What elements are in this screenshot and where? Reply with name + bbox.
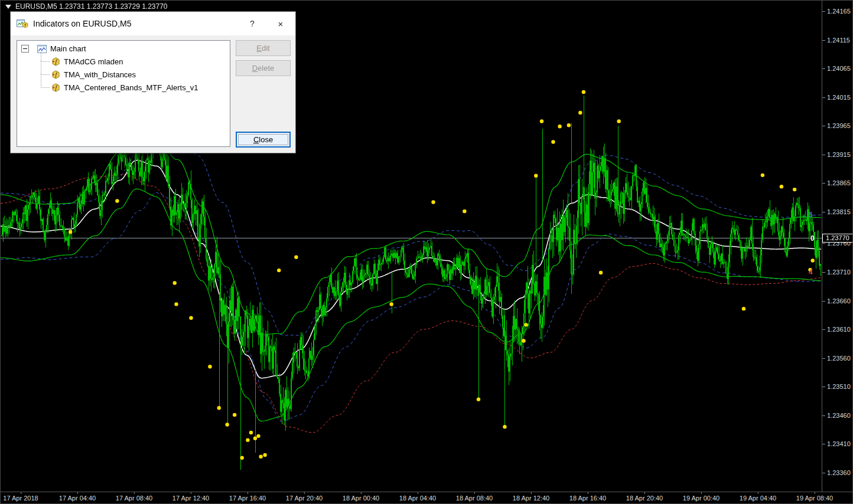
time-axis-label: 19 Apr 08:40 <box>796 495 833 502</box>
time-axis-label: 18 Apr 12:40 <box>513 495 549 502</box>
tree-collapse-toggle-icon[interactable] <box>21 45 29 53</box>
delete-button[interactable]: Delete <box>236 60 291 76</box>
time-axis-label: 17 Apr 08:40 <box>116 495 152 502</box>
price-axis-label: 1.24165 <box>827 8 851 15</box>
price-axis-label: 1.23710 <box>827 269 851 276</box>
close-button[interactable]: Close <box>236 132 291 148</box>
price-axis-label: 1.23660 <box>827 297 851 305</box>
tree-item-label: Main chart <box>50 44 86 53</box>
indicator-item-label: TMAdCG mladen <box>64 57 123 66</box>
indicators-dialog: f Indicators on EURUSD,M5 ? × Main chart <box>10 11 296 153</box>
time-axis-label: 17 Apr 20:40 <box>286 495 323 502</box>
time-axis-label: 17 Apr 04:40 <box>59 495 96 502</box>
price-axis-label: 1.23410 <box>827 440 851 447</box>
mt4-chart-window: EURUSD,M5 1.23731 1.23773 1.23729 1.2377… <box>0 0 853 504</box>
dialog-help-button[interactable]: ? <box>245 19 260 28</box>
time-axis-label: 17 Apr 2018 <box>3 495 38 502</box>
time-axis-label: 18 Apr 04:40 <box>399 495 436 502</box>
price-axis-label: 1.23460 <box>827 412 851 419</box>
time-axis-label: 18 Apr 20:40 <box>626 495 663 502</box>
upper-distance-value: 5 <box>809 211 813 219</box>
time-axis-label: 18 Apr 08:40 <box>456 495 493 502</box>
time-axis-label: 19 Apr 00:40 <box>683 495 719 502</box>
dialog-title-bar[interactable]: f Indicators on EURUSD,M5 ? × <box>11 12 295 35</box>
indicator-item-label: TMA_Centered_Bands_MTF_Alerts_v1 <box>64 83 198 92</box>
symbol-ohlc-text: EURUSD,M5 1.23731 1.23773 1.23729 1.2377… <box>15 2 168 11</box>
time-axis-label: 19 Apr 04:40 <box>740 495 776 502</box>
price-axis-label: 1.23865 <box>827 179 851 186</box>
price-axis-label: 1.23510 <box>827 383 851 390</box>
price-axis-label: 1.23815 <box>827 208 851 215</box>
indicators-list[interactable]: Main chart fTMAdCG mladenfTMA_with_Dista… <box>17 40 230 147</box>
price-axis-label: 1.23965 <box>827 122 851 129</box>
price-axis-label: 1.24065 <box>827 65 851 72</box>
chart-shift-marker-icon <box>5 5 11 9</box>
custom-indicator-icon: f <box>51 57 60 66</box>
time-axis-label: 17 Apr 12:40 <box>172 495 209 502</box>
time-axis-label: 18 Apr 16:40 <box>569 495 606 502</box>
indicator-tree-children: fTMAdCG mladenfTMA_with_DistancesfTMA_Ce… <box>17 55 230 94</box>
price-axis-label: 1.24115 <box>827 37 850 44</box>
center-distance-value: 0 <box>810 234 815 243</box>
dialog-title: Indicators on EURUSD,M5 <box>33 19 245 28</box>
price-axis-label: 1.23915 <box>827 151 851 158</box>
tree-item-indicator[interactable]: fTMA_Centered_Bands_MTF_Alerts_v1 <box>17 81 230 94</box>
edit-button[interactable]: Edit <box>236 40 291 56</box>
price-axis[interactable]: 1.241651.241151.240651.240151.239651.239… <box>822 1 853 492</box>
indicator-item-label: TMA_with_Distances <box>64 70 136 79</box>
indicators-dialog-icon: f <box>17 19 28 29</box>
custom-indicator-icon: f <box>51 70 60 79</box>
price-axis-label: 1.23610 <box>827 326 851 333</box>
price-axis-label: 1.23560 <box>827 355 851 362</box>
current-price-box: 1.23770 <box>822 234 853 243</box>
dialog-close-x-button[interactable]: × <box>273 19 288 29</box>
time-axis-label: 17 Apr 16:40 <box>229 495 266 502</box>
lower-distance-value: 4 <box>809 268 813 276</box>
price-axis-label: 1.23360 <box>827 469 851 476</box>
price-axis-label: 1.24015 <box>827 94 851 101</box>
time-axis[interactable]: 17 Apr 201817 Apr 04:4017 Apr 08:4017 Ap… <box>1 492 853 504</box>
time-axis-label: 18 Apr 00:40 <box>343 495 379 502</box>
symbol-ohlc-header: EURUSD,M5 1.23731 1.23773 1.23729 1.2377… <box>5 2 168 11</box>
custom-indicator-icon: f <box>51 83 60 92</box>
